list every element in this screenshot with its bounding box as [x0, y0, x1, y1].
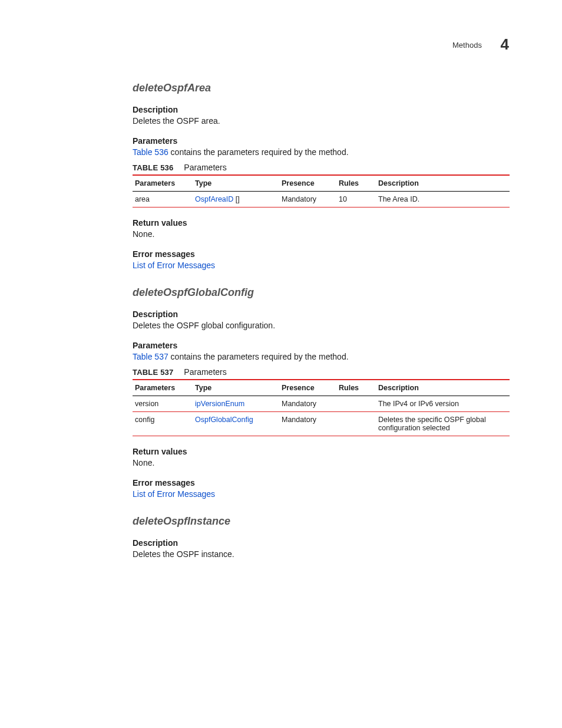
type-suffix: []: [233, 195, 239, 203]
th-type: Type: [193, 380, 279, 396]
cell-rules: [336, 396, 376, 412]
type-link-OspfAreaID[interactable]: OspfAreaID: [195, 195, 233, 203]
cell-type: ipVersionEnum: [193, 396, 279, 412]
table-row: area OspfAreaID [] Mandatory 10 The Area…: [133, 192, 510, 207]
th-description: Description: [376, 175, 510, 192]
cell-param: area: [133, 192, 193, 207]
cell-desc: The Area ID.: [376, 192, 510, 207]
error-messages-link[interactable]: List of Error Messages: [133, 261, 215, 270]
description-text: Deletes the OSPF area.: [133, 116, 509, 126]
return-values-text: None.: [133, 229, 509, 239]
error-messages-link[interactable]: List of Error Messages: [133, 489, 215, 499]
method-title-deleteOspfGlobalConfig: deleteOspfGlobalConfig: [133, 286, 509, 299]
cell-type: OspfGlobalConfig: [193, 412, 279, 436]
type-link-OspfGlobalConfig[interactable]: OspfGlobalConfig: [195, 416, 253, 424]
cell-presence: Mandatory: [279, 192, 336, 207]
th-description: Description: [376, 380, 510, 396]
th-rules: Rules: [336, 175, 376, 192]
parameters-lead: Table 536 contains the parameters requir…: [133, 147, 509, 157]
type-link-ipVersionEnum[interactable]: ipVersionEnum: [195, 400, 244, 408]
parameters-heading: Parameters: [133, 136, 509, 146]
method-title-deleteOspfInstance: deleteOspfInstance: [133, 515, 509, 528]
error-messages-heading: Error messages: [133, 478, 509, 487]
table-537: Parameters Type Presence Rules Descripti…: [133, 379, 510, 436]
return-values-text: None.: [133, 458, 509, 467]
section-name: Methods: [452, 41, 482, 50]
cell-type: OspfAreaID []: [193, 192, 279, 207]
table-537-label: TABLE 537: [133, 368, 173, 377]
description-text: Deletes the OSPF instance.: [133, 549, 509, 559]
running-header: Methods 4: [133, 35, 509, 54]
table-536-caption: TABLE 536 Parameters: [133, 163, 509, 172]
description-heading: Description: [133, 538, 509, 548]
th-presence: Presence: [279, 175, 336, 192]
table-header-row: Parameters Type Presence Rules Descripti…: [133, 380, 510, 396]
error-messages-heading: Error messages: [133, 249, 509, 259]
return-values-heading: Return values: [133, 447, 509, 456]
cell-presence: Mandatory: [279, 396, 336, 412]
th-parameters: Parameters: [133, 380, 193, 396]
table-536-title: Parameters: [184, 163, 226, 172]
parameters-heading: Parameters: [133, 341, 509, 350]
cell-rules: 10: [336, 192, 376, 207]
cell-desc: The IPv4 or IPv6 version: [376, 396, 510, 412]
cell-presence: Mandatory: [279, 412, 336, 436]
th-parameters: Parameters: [133, 175, 193, 192]
cell-param: version: [133, 396, 193, 412]
table-537-caption: TABLE 537 Parameters: [133, 367, 509, 377]
description-text: Deletes the OSPF global configuration.: [133, 321, 509, 330]
th-rules: Rules: [336, 380, 376, 396]
table-row: version ipVersionEnum Mandatory The IPv4…: [133, 396, 510, 412]
method-title-deleteOspfArea: deleteOspfArea: [133, 82, 509, 94]
chapter-number: 4: [501, 35, 509, 53]
table-row: config OspfGlobalConfig Mandatory Delete…: [133, 412, 510, 436]
table-537-link[interactable]: Table 537: [133, 352, 168, 361]
cell-rules: [336, 412, 376, 436]
table-536-link[interactable]: Table 536: [133, 147, 168, 157]
description-heading: Description: [133, 309, 509, 319]
return-values-heading: Return values: [133, 218, 509, 228]
parameters-lead: Table 537 contains the parameters requir…: [133, 352, 509, 361]
parameters-lead-text: contains the parameters required by the …: [168, 352, 349, 361]
th-type: Type: [193, 175, 279, 192]
table-header-row: Parameters Type Presence Rules Descripti…: [133, 175, 510, 192]
parameters-lead-text: contains the parameters required by the …: [168, 147, 349, 157]
table-536: Parameters Type Presence Rules Descripti…: [133, 174, 510, 207]
cell-desc: Deletes the specific OSPF global configu…: [376, 412, 510, 436]
table-536-label: TABLE 536: [133, 163, 173, 172]
description-heading: Description: [133, 105, 509, 114]
th-presence: Presence: [279, 380, 336, 396]
cell-param: config: [133, 412, 193, 436]
table-537-title: Parameters: [184, 367, 226, 377]
